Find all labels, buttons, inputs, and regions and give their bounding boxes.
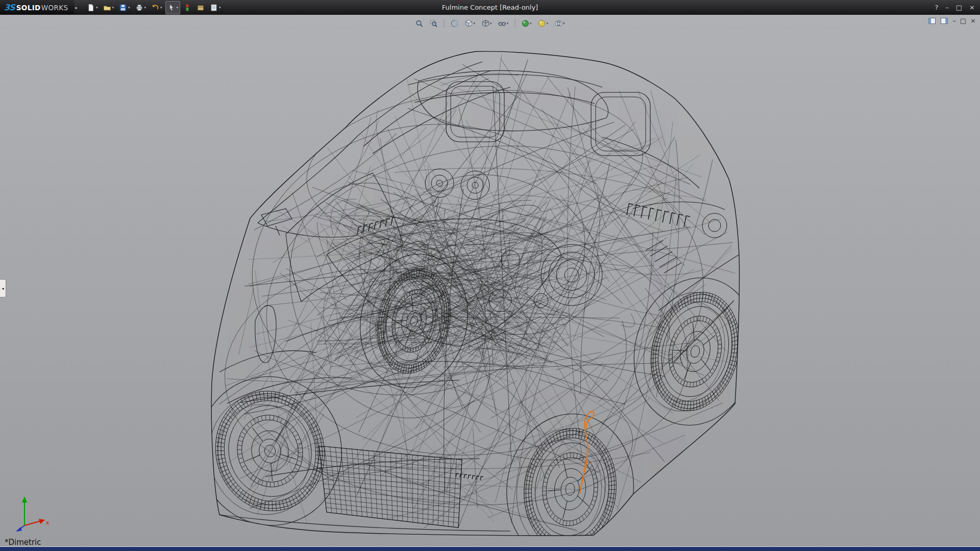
feature-panel-collapse-tab[interactable]: ◄ [0,279,6,297]
glasses-icon [498,19,506,28]
camera-icon [554,19,562,28]
cube-icon [464,19,473,28]
new-document-button[interactable]: ▾ [85,1,100,14]
y-axis-icon [22,496,27,503]
dropdown-caret-icon: ▾ [177,6,179,10]
x-axis-label: x [46,519,50,526]
brand-name-bold: SOLID [16,4,41,12]
wire-cube-icon [481,19,489,28]
edit-appearance-button[interactable]: ▾ [519,17,534,30]
pane2-icon [940,17,948,25]
document-window-controls: –□× [928,17,976,25]
view-orientation-label: *Dimetric [5,538,41,547]
dropdown-caret-icon: ▾ [96,6,98,10]
window-title: Fulmine Concept [Read-only] [442,4,538,11]
window-controls: ?–□× [935,4,980,11]
select-button[interactable]: ▾ [165,1,181,14]
apply-scene-button[interactable]: ▾ [536,17,551,30]
pane1-icon [928,17,936,25]
document-restore-button[interactable]: □ [960,17,966,24]
select-icon [167,4,176,12]
sheet-icon [210,4,218,12]
ball-green-icon [521,19,529,28]
dropdown-caret-icon: ▾ [506,21,508,26]
toolbox-button[interactable] [194,1,207,14]
hide-show-items-button[interactable]: ▾ [496,17,510,30]
wireframe-model[interactable] [0,15,980,547]
new-icon [87,4,95,12]
graphics-area[interactable]: ▾▾▾▾▾▾ –□× ◄ x *Dimetric [0,15,980,547]
solidworks-logo: 3S SOLID WORKS [0,0,74,15]
display-style-button[interactable]: ▾ [479,17,494,30]
options-sheet-button[interactable]: ▾ [208,1,223,14]
section-icon [450,19,458,28]
help-button[interactable]: ? [935,4,938,11]
dropdown-caret-icon: ▾ [160,6,162,10]
zoom-to-area-button[interactable] [427,17,439,30]
view-orientation-button[interactable]: ▾ [462,17,477,30]
open-icon [103,4,111,12]
main-toolbar: ▾▾▾▾▾▾▾ [85,1,223,14]
dassault-3ds-logo-icon: 3S [4,3,15,12]
dropdown-caret-icon: ▾ [112,6,114,10]
dropdown-caret-icon: ▾ [219,6,221,10]
titlebar: 3S SOLID WORKS ▸ ▾▾▾▾▾▾▾ Fulmine Concept… [0,0,980,15]
x-axis-icon [39,519,45,524]
minimize-button[interactable]: – [945,4,949,11]
dropdown-caret-icon: ▾ [547,21,549,26]
save-icon [119,4,127,12]
maximize-button[interactable]: □ [956,4,962,11]
taskbar-edge [0,546,980,551]
view-settings-button[interactable]: ▾ [552,17,567,30]
dropdown-caret-icon: ▾ [144,6,146,10]
task-pane-toggle-button[interactable] [940,17,948,25]
save-button[interactable]: ▾ [117,1,132,14]
dropdown-caret-icon: ▾ [490,21,492,26]
toolbar-separator [514,19,515,28]
zoom-to-fit-button[interactable] [413,17,425,30]
zoom-area-icon [429,19,437,28]
close-button[interactable]: × [969,4,975,11]
battery-icon [183,4,191,12]
toolbar-separator [444,19,444,28]
document-close-button[interactable]: × [970,17,976,24]
undo-icon [151,4,159,12]
document-minimize-button[interactable]: – [952,17,956,24]
print-icon [135,4,143,12]
brand-name-light: WORKS [41,4,68,12]
menu-expand-arrow-icon[interactable]: ▸ [74,5,82,10]
zoom-fit-icon [415,19,423,28]
headsup-view-toolbar: ▾▾▾▾▾▾ [413,17,567,30]
xpress-products-button[interactable] [181,1,193,14]
box-icon [197,4,205,12]
ball-yellow-icon [538,19,546,28]
dropdown-caret-icon: ▾ [128,6,130,10]
dropdown-caret-icon: ▾ [530,21,532,26]
print-button[interactable]: ▾ [133,1,149,14]
section-view-button[interactable] [448,17,460,30]
solidworks-window: 3S SOLID WORKS ▸ ▾▾▾▾▾▾▾ Fulmine Concept… [0,0,980,551]
featuremanager-pane-toggle-button[interactable] [928,17,936,25]
dropdown-caret-icon: ▾ [563,21,565,26]
undo-button[interactable]: ▾ [149,1,164,14]
chevron-left-icon: ◄ [1,287,5,290]
reference-triad: x [13,489,51,535]
open-document-button[interactable]: ▾ [101,1,116,14]
dropdown-caret-icon: ▾ [473,21,475,26]
